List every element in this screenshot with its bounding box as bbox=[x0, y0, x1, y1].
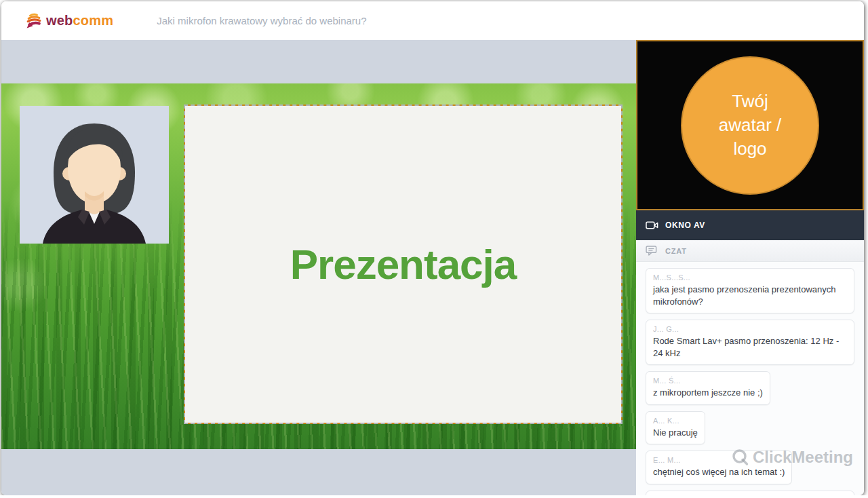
panel-header-czat[interactable]: CZAT bbox=[636, 240, 864, 262]
chat-message-sender: M... Ś... bbox=[653, 377, 763, 385]
chat-message-text: Rode Smart Lav+ pasmo przenoszenia: 12 H… bbox=[653, 335, 847, 359]
chat-message-sender: E... M... bbox=[653, 456, 785, 464]
chat-message-text: chętniej coś więcej na ich temat :) bbox=[653, 466, 785, 478]
chat-icon bbox=[646, 246, 658, 256]
chat-message: J... G... Rode Smart Lav+ pasmo przenosz… bbox=[646, 320, 854, 365]
chat-message: E... M... chętniej coś więcej na ich tem… bbox=[646, 451, 792, 484]
panel-header-okno-av[interactable]: OKNO AV bbox=[636, 210, 864, 240]
presentation-slide: Prezentacja bbox=[184, 104, 623, 424]
webcomm-logo: webcomm bbox=[24, 12, 113, 30]
chat-message-sender: A... K... bbox=[653, 417, 698, 425]
logo-text-web: web bbox=[46, 13, 73, 28]
chat-message: M... Ś... z mikroportem jeszcze nie ;) bbox=[646, 371, 770, 405]
sidebar: Twój awatar / logo OKNO AV CZAT M...S...… bbox=[636, 40, 864, 495]
chat-message: M...S...S... jaka jest pasmo przenoszeni… bbox=[646, 268, 854, 313]
top-bar: webcomm Jaki mikrofon krawatowy wybrać d… bbox=[1, 1, 864, 40]
chat-message-text: Nie pracuję bbox=[653, 427, 698, 439]
av-window: Twój awatar / logo bbox=[636, 40, 864, 210]
presenter-avatar-illustration bbox=[20, 106, 169, 244]
webcomm-logo-icon bbox=[24, 12, 43, 30]
stage-top-band bbox=[1, 40, 636, 83]
panel-okno-av-label: OKNO AV bbox=[665, 221, 705, 230]
chat-message-text: z mikroportem jeszcze nie ;) bbox=[653, 387, 763, 399]
presentation-title: Prezentacja bbox=[290, 240, 517, 288]
stage-bottom-band bbox=[1, 449, 636, 495]
webinar-title: Jaki mikrofon krawatowy wybrać do webina… bbox=[157, 15, 366, 26]
chat-messages[interactable]: M...S...S... jaka jest pasmo przenoszeni… bbox=[636, 263, 864, 495]
slide-background: Prezentacja bbox=[1, 83, 636, 449]
presenter-webcam bbox=[20, 106, 169, 244]
chat-message: A... K... Nie pracuję bbox=[646, 411, 705, 445]
chat-message-sender: J... G... bbox=[653, 325, 847, 333]
video-camera-icon bbox=[646, 221, 658, 230]
stage: Prezentacja bbox=[1, 40, 636, 495]
avatar-logo-circle: Twój awatar / logo bbox=[681, 56, 819, 195]
avatar-logo-label: Twój awatar / logo bbox=[707, 90, 793, 161]
chat-message-sender: M...S...S... bbox=[653, 273, 847, 282]
chat-message: P... C... Cześć, korzystam z mikroportam… bbox=[646, 491, 854, 495]
logo-text-comm: comm bbox=[73, 13, 114, 28]
chat-message-text: jaka jest pasmo przenoszenia prezentowan… bbox=[653, 284, 847, 307]
panel-czat-label: CZAT bbox=[665, 247, 687, 255]
webinar-window: webcomm Jaki mikrofon krawatowy wybrać d… bbox=[1, 1, 864, 495]
